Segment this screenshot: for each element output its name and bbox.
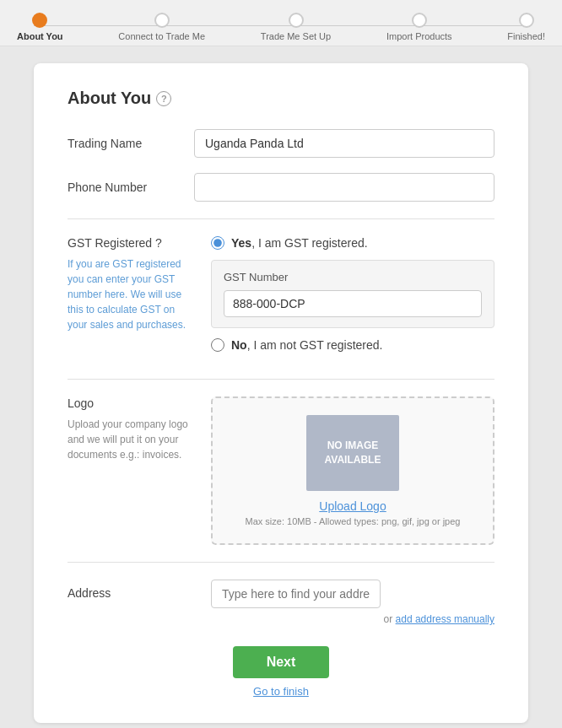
gst-no-option[interactable]: No, I am not GST registered. xyxy=(211,338,494,352)
step-circle-import-products xyxy=(412,13,427,28)
gst-yes-label: Yes, I am GST registered. xyxy=(231,236,368,250)
step-import-products[interactable]: Import Products xyxy=(386,13,452,41)
no-image-box: NO IMAGE AVAILABLE xyxy=(306,415,399,491)
logo-label-col: Logo Upload your company logo and we wil… xyxy=(68,396,194,545)
gst-no-radio[interactable] xyxy=(211,338,224,352)
gst-yes-rest: , I am GST registered. xyxy=(251,236,367,250)
button-row: Next Go to finish xyxy=(68,646,494,698)
trading-name-input[interactable] xyxy=(194,129,494,158)
address-section: Address or add address manually xyxy=(68,580,494,625)
next-button[interactable]: Next xyxy=(233,646,330,678)
address-input[interactable] xyxy=(211,580,381,608)
upload-logo-link[interactable]: Upload Logo xyxy=(319,499,386,513)
form-card: About You ? Trading Name Phone Number GS… xyxy=(34,63,528,723)
step-trade-me-setup[interactable]: Trade Me Set Up xyxy=(261,13,331,41)
gst-options: Yes, I am GST registered. GST Number No,… xyxy=(211,236,494,362)
phone-number-input[interactable] xyxy=(194,173,494,202)
step-label-import-products: Import Products xyxy=(386,31,452,41)
step-circle-about-you xyxy=(32,13,47,28)
logo-upload-area[interactable]: NO IMAGE AVAILABLE Upload Logo Max size:… xyxy=(211,396,494,545)
phone-number-row: Phone Number xyxy=(68,173,494,202)
address-label: Address xyxy=(68,586,194,600)
step-label-about-you: About You xyxy=(17,31,63,41)
upload-hint: Max size: 10MB - Allowed types: png, gif… xyxy=(246,516,461,526)
step-about-you[interactable]: About You xyxy=(17,13,63,41)
gst-number-input[interactable] xyxy=(224,290,482,317)
trading-name-label: Trading Name xyxy=(68,137,194,150)
no-image-text: NO IMAGE AVAILABLE xyxy=(325,439,381,467)
help-icon[interactable]: ? xyxy=(156,91,171,106)
gst-number-box: GST Number xyxy=(211,260,494,328)
phone-number-label: Phone Number xyxy=(68,181,194,194)
step-circle-finished xyxy=(519,13,534,28)
logo-section: Logo Upload your company logo and we wil… xyxy=(68,396,494,545)
progress-bar: About You Connect to Trade Me Trade Me S… xyxy=(0,0,562,46)
section-title: About You ? xyxy=(68,89,494,108)
add-address-manually-link[interactable]: add address manually xyxy=(396,613,494,625)
step-circle-trade-me-setup xyxy=(289,13,304,28)
address-label-col: Address xyxy=(68,580,194,600)
gst-yes-radio[interactable] xyxy=(211,236,224,250)
gst-label: GST Registered ? xyxy=(68,236,194,250)
step-connect-trade-me[interactable]: Connect to Trade Me xyxy=(118,13,205,41)
gst-no-rest: , I am not GST registered. xyxy=(247,338,383,352)
step-label-finished: Finished! xyxy=(507,31,545,41)
step-finished[interactable]: Finished! xyxy=(507,13,545,41)
divider-1 xyxy=(68,218,494,219)
step-circle-connect-trade-me xyxy=(154,13,170,28)
gst-number-title: GST Number xyxy=(224,271,482,283)
divider-3 xyxy=(68,562,494,563)
logo-title: Logo xyxy=(68,396,194,410)
gst-yes-bold: Yes xyxy=(231,236,251,250)
address-manual: or add address manually xyxy=(211,613,494,625)
step-label-connect-trade-me: Connect to Trade Me xyxy=(118,31,205,41)
trading-name-row: Trading Name xyxy=(68,129,494,158)
gst-yes-option[interactable]: Yes, I am GST registered. xyxy=(211,236,494,250)
divider-2 xyxy=(68,379,494,380)
progress-steps: About You Connect to Trade Me Trade Me S… xyxy=(17,13,545,41)
gst-no-label: No, I am not GST registered. xyxy=(231,338,382,352)
main-content: About You ? Trading Name Phone Number GS… xyxy=(0,46,562,728)
step-label-trade-me-setup: Trade Me Set Up xyxy=(261,31,331,41)
gst-section: GST Registered ? If you are GST register… xyxy=(68,236,494,362)
address-manual-prefix: or xyxy=(384,613,396,625)
logo-hint: Upload your company logo and we will put… xyxy=(68,417,194,462)
section-title-text: About You xyxy=(68,89,151,108)
address-col: or add address manually xyxy=(211,580,494,625)
gst-label-col: GST Registered ? If you are GST register… xyxy=(68,236,194,362)
gst-no-bold: No xyxy=(231,338,247,352)
go-to-finish-link[interactable]: Go to finish xyxy=(253,685,309,698)
gst-hint: If you are GST registered you can enter … xyxy=(68,256,194,332)
